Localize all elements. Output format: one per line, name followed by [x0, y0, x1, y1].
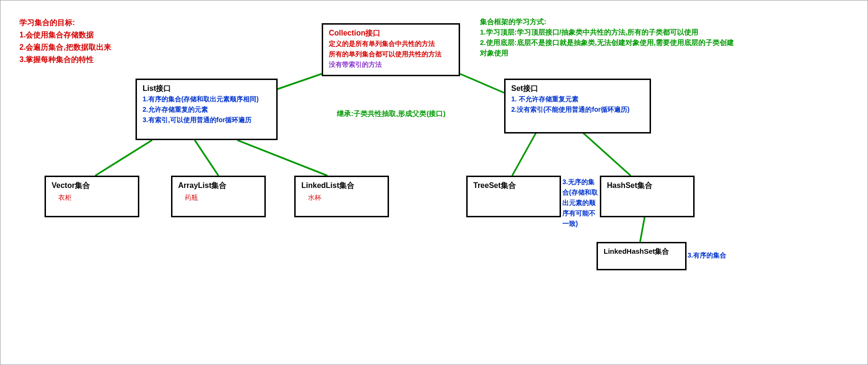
node-arraylist-title: ArrayList集合	[178, 181, 259, 191]
node-hashset: HashSet集合	[600, 176, 695, 217]
node-linkedlist-title: LinkedList集合	[301, 181, 382, 191]
node-set: Set接口 1. 不允许存储重复元素 2.没有索引(不能使用普通的for循环遍历…	[504, 79, 651, 134]
edge-list-linkedlist	[237, 140, 327, 176]
edge-set-hashset	[583, 133, 631, 176]
linkedhashset-annotation: 3.有序的集合	[687, 251, 726, 260]
learn-title: 集合框架的学习方式:	[480, 17, 736, 27]
node-linkedlist: LinkedList集合 水杯	[294, 176, 389, 217]
node-linkedhashset-title: LinkedHashSet集合	[604, 247, 679, 256]
node-set-l2: 2.没有索引(不能使用普通的for循环遍历)	[511, 104, 644, 115]
diagram-canvas: 学习集合的目标: 1.会使用集合存储数据 2.会遍历集合,把数据取出来 3.掌握…	[0, 0, 868, 365]
node-list-title: List接口	[143, 84, 271, 94]
node-list-l3: 3.有索引,可以使用普通的for循环遍历	[143, 115, 271, 125]
node-set-title: Set接口	[511, 84, 644, 94]
edge-set-treeset	[512, 133, 536, 176]
node-vector-sub: 衣柜	[58, 194, 132, 202]
edge-hashset-linkedhashset	[640, 216, 645, 242]
node-collection-l1: 定义的是所有单列集合中共性的方法	[329, 38, 453, 49]
node-collection-l3: 没有带索引的方法	[329, 59, 453, 70]
node-collection-l2: 所有的单列集合都可以使用共性的方法	[329, 49, 453, 59]
inherit-label: 继承:子类共性抽取,形成父类(接口)	[337, 109, 445, 118]
node-list: List接口 1.有序的集合(存储和取出元素顺序相同) 2.允许存储重复的元素 …	[136, 79, 278, 140]
node-list-l1: 1.有序的集合(存储和取出元素顺序相同)	[143, 94, 271, 104]
node-collection: Collection接口 定义的是所有单列集合中共性的方法 所有的单列集合都可以…	[322, 23, 460, 76]
goals-line-2: 2.会遍历集合,把数据取出来	[19, 41, 111, 53]
goals-line-3: 3.掌握每种集合的特性	[19, 53, 111, 66]
node-vector: Vector集合 衣柜	[45, 176, 139, 217]
node-list-l2: 2.允许存储重复的元素	[143, 104, 271, 115]
node-hashset-title: HashSet集合	[607, 181, 687, 191]
edge-collection-set	[460, 74, 504, 93]
learn-block: 集合框架的学习方式: 1.学习顶层:学习顶层接口/抽象类中共性的方法,所有的子类…	[480, 17, 736, 58]
node-set-l1: 1. 不允许存储重复元素	[511, 94, 644, 104]
node-treeset-title: TreeSet集合	[473, 181, 554, 191]
goals-line-1: 1.会使用集合存储数据	[19, 29, 111, 41]
hashset-annotation: 3.无序的集合(存储和取出元素的顺序有可能不一致)	[562, 177, 600, 229]
node-arraylist: ArrayList集合 药瓶	[171, 176, 266, 217]
node-treeset: TreeSet集合	[466, 176, 561, 217]
learn-line-2: 2.使用底层:底层不是接口就是抽象类,无法创建对象使用,需要使用底层的子类创建对…	[480, 37, 736, 58]
edge-list-vector	[95, 140, 152, 176]
node-linkedhashset: LinkedHashSet集合	[597, 242, 687, 270]
goals-block: 学习集合的目标: 1.会使用集合存储数据 2.会遍历集合,把数据取出来 3.掌握…	[19, 17, 111, 66]
edge-list-arraylist	[195, 140, 218, 176]
goals-title: 学习集合的目标:	[19, 17, 111, 29]
node-arraylist-sub: 药瓶	[185, 194, 259, 202]
node-vector-title: Vector集合	[52, 181, 132, 191]
node-collection-title: Collection接口	[329, 28, 453, 38]
node-linkedlist-sub: 水杯	[308, 194, 382, 202]
learn-line-1: 1.学习顶层:学习顶层接口/抽象类中共性的方法,所有的子类都可以使用	[480, 27, 736, 37]
